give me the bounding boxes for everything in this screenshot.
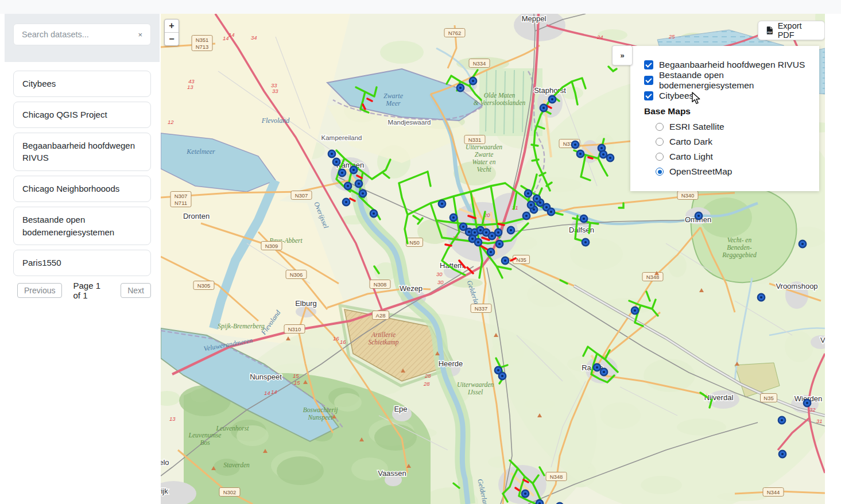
- map-marker[interactable]: [359, 190, 366, 197]
- town-label: Vroomshoop: [776, 282, 817, 290]
- basemap-label: Carto Dark: [669, 137, 712, 147]
- map-marker[interactable]: [328, 150, 335, 157]
- dataset-card[interactable]: Begaanbaarheid hoofdwegen RIVUS: [13, 133, 151, 172]
- road-km-number: 34: [251, 34, 257, 41]
- map-marker[interactable]: [600, 151, 607, 158]
- map-marker[interactable]: [333, 158, 340, 165]
- map-marker[interactable]: [343, 199, 350, 206]
- layer-label: Bestaande open bodemenergiesystemen: [659, 70, 819, 91]
- search-clear-icon[interactable]: ×: [135, 29, 145, 40]
- dataset-card[interactable]: Chicago QGIS Project: [13, 102, 151, 128]
- map-marker[interactable]: [496, 241, 503, 247]
- map-marker[interactable]: [499, 373, 506, 379]
- map-marker[interactable]: [355, 180, 362, 187]
- map-marker[interactable]: [594, 364, 600, 371]
- map-marker[interactable]: [350, 166, 357, 173]
- map-marker[interactable]: [607, 154, 614, 161]
- export-pdf-label: Export PDF: [778, 21, 817, 40]
- map-marker[interactable]: [536, 500, 543, 504]
- area-label: Uiterwaarden: [457, 381, 494, 388]
- map-marker[interactable]: [525, 190, 532, 197]
- dataset-card[interactable]: Bestaande open bodemenergiesystemen: [13, 207, 151, 246]
- map-marker[interactable]: [339, 169, 346, 176]
- radio-icon[interactable]: [656, 123, 664, 131]
- road-km-number: 16: [333, 335, 339, 342]
- radio-icon[interactable]: [656, 138, 664, 146]
- map-marker[interactable]: [549, 96, 556, 103]
- map-marker[interactable]: [344, 183, 351, 189]
- map-marker[interactable]: [580, 215, 587, 222]
- town-label: Nijverdal: [704, 393, 734, 402]
- layer-toggle-row[interactable]: Bestaande open bodemenergiesystemen: [644, 75, 819, 86]
- basemap-option-esri-satellite[interactable]: ESRI Satellite: [656, 122, 819, 132]
- map-marker[interactable]: [631, 307, 638, 314]
- layer-toggle-row[interactable]: Citybees: [644, 91, 819, 101]
- map-marker[interactable]: [475, 239, 482, 246]
- export-pdf-button[interactable]: PDF Export PDF: [758, 21, 825, 40]
- map-marker[interactable]: [450, 214, 457, 221]
- map-marker[interactable]: [778, 417, 785, 424]
- dataset-card[interactable]: Paris1550: [13, 250, 151, 276]
- map-marker[interactable]: [600, 369, 607, 375]
- area-label: Leuvenumse: [188, 432, 222, 439]
- water-label: Zwarte: [383, 92, 404, 100]
- dataset-sidebar: × CitybeesChicago QGIS ProjectBegaanbaar…: [5, 14, 160, 504]
- map-marker[interactable]: [779, 451, 786, 458]
- layers-panel-collapse-button[interactable]: »: [612, 45, 633, 65]
- town-label: Kampereiland: [321, 134, 362, 141]
- search-section: ×: [5, 14, 160, 62]
- map-canvas[interactable]: Olde Maten& VeerslootslandenUiterwaarden…: [161, 14, 825, 504]
- search-input[interactable]: [21, 29, 135, 40]
- road-km-number: 14: [271, 389, 277, 395]
- dataset-card[interactable]: Citybees: [13, 71, 151, 97]
- base-maps-title: Base Maps: [644, 106, 819, 117]
- basemap-option-openstreetmap[interactable]: OpenStreetMap: [656, 166, 819, 177]
- map-marker[interactable]: [507, 227, 514, 234]
- map-marker[interactable]: [758, 294, 765, 301]
- map-marker[interactable]: [457, 84, 464, 91]
- zoom-in-button[interactable]: +: [165, 20, 179, 32]
- road-km-number: 30: [437, 279, 444, 285]
- map-marker[interactable]: [523, 212, 530, 219]
- map-marker[interactable]: [540, 104, 547, 111]
- map-marker[interactable]: [799, 241, 806, 247]
- road-shield-label: N35: [516, 257, 526, 263]
- map-marker[interactable]: [495, 229, 502, 236]
- map-marker[interactable]: [370, 210, 377, 217]
- map-marker[interactable]: [582, 239, 589, 246]
- radio-selected-icon[interactable]: [656, 168, 664, 176]
- basemap-option-carto-light[interactable]: Carto Light: [656, 152, 819, 162]
- previous-page-button[interactable]: Previous: [17, 283, 62, 298]
- map-marker[interactable]: [528, 201, 534, 208]
- area-label: Spijk-Bremerberg: [218, 323, 265, 330]
- map-marker[interactable]: [470, 77, 476, 84]
- map-marker[interactable]: [695, 212, 702, 219]
- zoom-out-button[interactable]: −: [165, 32, 179, 45]
- map-marker[interactable]: [502, 257, 509, 264]
- basemap-option-carto-dark[interactable]: Carto Dark: [656, 137, 819, 147]
- road-km-number: 15: [294, 379, 300, 386]
- road-shield-label: N762: [448, 30, 462, 36]
- map-marker[interactable]: [487, 249, 494, 255]
- layer-checkbox-checked[interactable]: [644, 76, 653, 85]
- map-marker[interactable]: [804, 400, 811, 406]
- area-label: Bos: [200, 439, 210, 446]
- layer-checkbox-checked[interactable]: [644, 91, 653, 100]
- map-marker[interactable]: [439, 200, 445, 207]
- road-shield-label: N337: [475, 305, 488, 312]
- map-marker[interactable]: [577, 150, 584, 157]
- layer-toggle-row[interactable]: Begaanbaarheid hoofdwegen RIVUS: [644, 60, 819, 70]
- road-shield-label: N331: [468, 137, 482, 143]
- town-label: Wezep: [400, 284, 423, 293]
- town-label: Vriezenveen: [820, 336, 825, 344]
- map-marker[interactable]: [572, 141, 579, 148]
- area-label: Staverden: [223, 462, 250, 468]
- radio-icon[interactable]: [656, 153, 664, 161]
- map-marker[interactable]: [533, 195, 540, 202]
- road-shield-label: A28: [376, 312, 386, 319]
- map-marker[interactable]: [548, 208, 555, 215]
- next-page-button[interactable]: Next: [121, 283, 151, 298]
- dataset-card[interactable]: Chicago Neighborhooods: [13, 176, 151, 202]
- map-marker[interactable]: [522, 490, 529, 497]
- layer-checkbox-checked[interactable]: [644, 60, 653, 69]
